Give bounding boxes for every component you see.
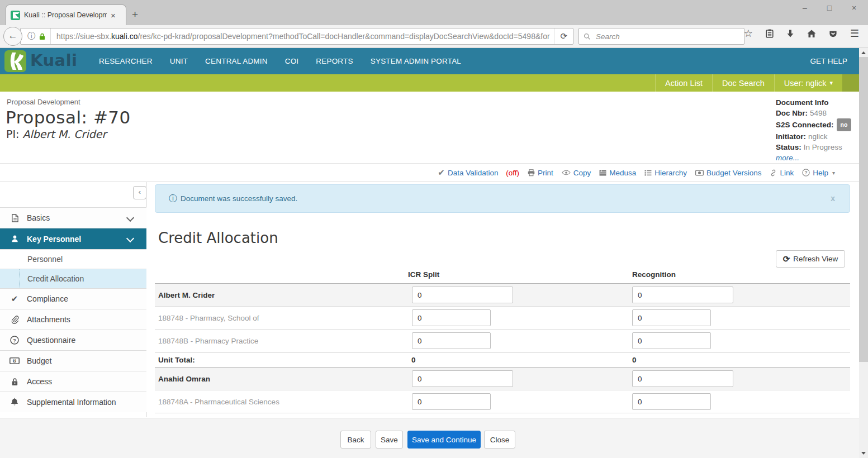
sidebar-item-budget[interactable]: 0 Budget: [0, 350, 146, 371]
save-and-continue-button[interactable]: Save and Continue: [407, 431, 481, 449]
notification-close-button[interactable]: x: [831, 194, 835, 203]
url-bar[interactable]: ⓘ https://siue-sbx.kuali.co/res/kc-pd-kr…: [20, 28, 573, 45]
kuali-logo-icon[interactable]: [4, 50, 26, 72]
recognition-input[interactable]: [632, 370, 733, 387]
window-minimize-button[interactable]: –: [801, 3, 809, 12]
validation-off-flag: (off): [506, 169, 519, 177]
s2s-badge: no: [837, 118, 852, 131]
pi-line: PI: Albert M. Crider: [6, 128, 106, 140]
site-info-icon[interactable]: ⓘ: [27, 31, 35, 41]
medusa-link[interactable]: Medusa: [599, 169, 636, 177]
person-icon: [10, 235, 20, 243]
link-link[interactable]: Link: [770, 169, 794, 177]
nav-central-admin[interactable]: CENTRAL ADMIN: [205, 57, 268, 65]
icr-split-input[interactable]: [412, 309, 491, 326]
recognition-input[interactable]: [632, 287, 733, 303]
downloads-icon[interactable]: [786, 30, 794, 38]
vertical-scrollbar[interactable]: [859, 48, 868, 458]
check-icon: ✔: [438, 168, 445, 178]
nav-system-admin-portal[interactable]: SYSTEM ADMIN PORTAL: [371, 57, 461, 65]
bookmark-star-icon[interactable]: ☆: [744, 28, 753, 39]
lock-icon: [10, 378, 20, 386]
recognition-input[interactable]: [632, 309, 711, 326]
nav-researcher[interactable]: RESEARCHER: [99, 57, 153, 65]
sidebar-item-attachments[interactable]: Attachments: [0, 309, 146, 330]
new-tab-button[interactable]: +: [132, 9, 138, 20]
sidebar-item-label: Questionnaire: [27, 336, 75, 345]
budget-versions-link[interactable]: Budget Versions: [695, 169, 761, 177]
question-circle-icon: ?: [10, 336, 20, 345]
sidebar-item-personnel[interactable]: Personnel: [0, 249, 146, 269]
recognition-input[interactable]: [632, 332, 711, 349]
home-icon[interactable]: [807, 30, 816, 38]
sidebar-item-label: Credit Allocation: [27, 274, 84, 283]
sidebar-item-questionnaire[interactable]: ? Questionnaire: [0, 330, 146, 350]
save-button[interactable]: Save: [376, 431, 403, 449]
footer-bar: Back Save Save and Continue Close: [0, 418, 859, 458]
bookmarks-list-icon[interactable]: [766, 29, 774, 38]
get-help-link[interactable]: GET HELP: [810, 48, 847, 74]
page-title: Proposal: #70: [6, 107, 131, 127]
document-icon: [10, 214, 20, 222]
doc-search-link[interactable]: Doc Search: [712, 74, 774, 92]
refresh-view-button[interactable]: ⟳ Refresh View: [776, 250, 845, 268]
browser-tab[interactable]: Kuali :: Proposal Developme ×: [6, 4, 126, 25]
sidebar-item-label: Attachments: [27, 315, 70, 324]
initiator-value: nglick: [808, 132, 828, 141]
column-header-recognition: Recognition: [632, 270, 676, 279]
scroll-down-arrow[interactable]: [861, 452, 866, 455]
pocket-icon[interactable]: [829, 30, 837, 38]
copy-link[interactable]: Copy: [562, 169, 591, 177]
sidebar-item-label: Basics: [27, 213, 50, 222]
tab-close-icon[interactable]: ×: [111, 11, 116, 20]
more-link[interactable]: more...: [776, 154, 799, 162]
sidebar-item-credit-allocation[interactable]: Credit Allocation: [0, 269, 146, 288]
doc-info-title: Document Info: [776, 98, 829, 107]
scrollbar-thumb[interactable]: [859, 57, 868, 362]
nav-reports[interactable]: REPORTS: [316, 57, 353, 65]
table-row-unit: 188748B - Pharmacy Practice: [155, 329, 850, 352]
sidebar-item-basics[interactable]: Basics: [0, 207, 146, 228]
action-list-link[interactable]: Action List: [655, 74, 712, 92]
s2s-label: S2S Connected:: [776, 121, 834, 129]
https-lock-icon[interactable]: [39, 33, 45, 40]
reload-icon[interactable]: ⟳: [554, 28, 573, 44]
sidebar-item-key-personnel[interactable]: Key Personnel: [0, 228, 146, 249]
search-input[interactable]: [595, 32, 739, 41]
browser-back-button[interactable]: ←: [3, 27, 22, 46]
hierarchy-link[interactable]: Hierarchy: [644, 169, 687, 177]
icr-split-input[interactable]: [412, 287, 513, 303]
document-info-panel: Document Info Doc Nbr:5498 S2S Connected…: [776, 97, 851, 163]
user-menu[interactable]: User: nglick▾: [774, 74, 842, 92]
icr-split-input[interactable]: [412, 370, 513, 387]
back-button[interactable]: Back: [340, 431, 371, 449]
eye-icon: [562, 170, 571, 175]
sidebar-item-access[interactable]: Access: [0, 371, 146, 392]
icr-split-input[interactable]: [412, 393, 491, 410]
window-close-button[interactable]: ×: [850, 3, 858, 12]
kuali-wordmark: Kuali: [30, 51, 78, 70]
sidebar-collapse-button[interactable]: ‹: [133, 186, 146, 199]
window-maximize-button[interactable]: □: [826, 3, 833, 12]
hierarchy-list-icon: [644, 170, 652, 176]
utility-bar: Action List Doc Search User: nglick▾: [0, 74, 868, 92]
data-validation-link[interactable]: ✔Data Validation (off): [438, 168, 519, 178]
kuali-top-nav: Kuali RESEARCHER UNIT CENTRAL ADMIN COI …: [0, 48, 868, 74]
credit-allocation-table: Albert M. Crider 188748 - Pharmacy, Scho…: [155, 283, 850, 413]
sidebar-item-supplemental-information[interactable]: Supplemental Information: [0, 392, 146, 412]
nav-unit[interactable]: UNIT: [170, 57, 188, 65]
doc-nbr-label: Doc Nbr:: [776, 109, 808, 117]
help-menu[interactable]: ?Help▾: [802, 169, 835, 177]
close-button[interactable]: Close: [484, 431, 515, 449]
bell-icon: [10, 398, 20, 407]
icr-split-input[interactable]: [412, 332, 491, 349]
search-bar[interactable]: [578, 28, 744, 45]
table-row-unit: 188748A - Pharmaceutical Sciences: [155, 390, 850, 413]
print-link[interactable]: Print: [528, 169, 553, 177]
nav-coi[interactable]: COI: [285, 57, 299, 65]
sidebar-item-compliance[interactable]: ✔ Compliance: [0, 288, 146, 309]
scroll-up-arrow[interactable]: [861, 51, 866, 54]
menu-hamburger-icon[interactable]: ☰: [850, 28, 859, 39]
section-title: Credit Allocation: [158, 230, 278, 246]
recognition-input[interactable]: [632, 393, 711, 410]
